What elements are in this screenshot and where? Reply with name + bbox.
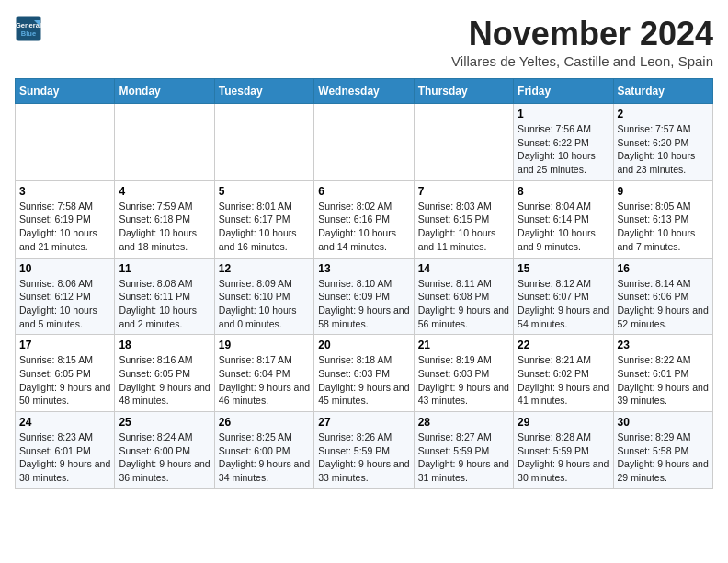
day-info: Sunrise: 8:27 AM Sunset: 5:59 PM Dayligh… bbox=[418, 431, 509, 485]
calendar-table: SundayMondayTuesdayWednesdayThursdayFrid… bbox=[15, 78, 713, 489]
day-number: 18 bbox=[119, 339, 210, 351]
day-info: Sunrise: 8:09 AM Sunset: 6:10 PM Dayligh… bbox=[219, 277, 310, 331]
header-day-thursday: Thursday bbox=[414, 79, 513, 104]
day-info: Sunrise: 8:21 AM Sunset: 6:02 PM Dayligh… bbox=[518, 353, 609, 408]
day-number: 7 bbox=[418, 185, 509, 198]
day-number: 2 bbox=[618, 108, 709, 121]
calendar-cell: 23Sunrise: 8:22 AM Sunset: 6:01 PM Dayli… bbox=[613, 335, 712, 412]
day-info: Sunrise: 7:56 AM Sunset: 6:22 PM Dayligh… bbox=[518, 122, 609, 177]
day-info: Sunrise: 8:06 AM Sunset: 6:12 PM Dayligh… bbox=[19, 277, 110, 331]
day-info: Sunrise: 8:23 AM Sunset: 6:01 PM Dayligh… bbox=[19, 431, 110, 485]
header-day-friday: Friday bbox=[514, 79, 613, 104]
calendar-cell: 12Sunrise: 8:09 AM Sunset: 6:10 PM Dayli… bbox=[214, 258, 313, 335]
day-number: 9 bbox=[618, 185, 709, 198]
calendar-cell bbox=[115, 104, 214, 181]
day-number: 16 bbox=[618, 262, 709, 275]
day-info: Sunrise: 8:04 AM Sunset: 6:14 PM Dayligh… bbox=[518, 200, 609, 254]
day-info: Sunrise: 8:17 AM Sunset: 6:04 PM Dayligh… bbox=[219, 353, 310, 408]
day-info: Sunrise: 8:16 AM Sunset: 6:05 PM Dayligh… bbox=[119, 353, 210, 408]
calendar-cell: 22Sunrise: 8:21 AM Sunset: 6:02 PM Dayli… bbox=[514, 335, 613, 412]
day-info: Sunrise: 8:08 AM Sunset: 6:11 PM Dayligh… bbox=[119, 277, 210, 331]
calendar-cell: 28Sunrise: 8:27 AM Sunset: 5:59 PM Dayli… bbox=[414, 412, 513, 489]
day-number: 12 bbox=[219, 262, 310, 275]
day-number: 21 bbox=[418, 339, 509, 351]
day-number: 8 bbox=[518, 185, 609, 198]
calendar-cell: 25Sunrise: 8:24 AM Sunset: 6:00 PM Dayli… bbox=[115, 412, 214, 489]
calendar-cell bbox=[314, 104, 414, 181]
header-day-monday: Monday bbox=[115, 79, 214, 104]
day-info: Sunrise: 8:02 AM Sunset: 6:16 PM Dayligh… bbox=[318, 200, 409, 254]
day-number: 4 bbox=[119, 185, 210, 198]
calendar-cell: 19Sunrise: 8:17 AM Sunset: 6:04 PM Dayli… bbox=[214, 335, 313, 412]
day-info: Sunrise: 8:19 AM Sunset: 6:03 PM Dayligh… bbox=[418, 353, 509, 408]
day-info: Sunrise: 8:03 AM Sunset: 6:15 PM Dayligh… bbox=[418, 200, 509, 254]
day-number: 30 bbox=[618, 416, 709, 429]
day-info: Sunrise: 8:01 AM Sunset: 6:17 PM Dayligh… bbox=[219, 200, 310, 254]
calendar-week-5: 24Sunrise: 8:23 AM Sunset: 6:01 PM Dayli… bbox=[16, 412, 713, 489]
day-info: Sunrise: 8:22 AM Sunset: 6:01 PM Dayligh… bbox=[618, 353, 709, 408]
day-number: 23 bbox=[618, 339, 709, 351]
title-section: November 2024 Villares de Yeltes, Castil… bbox=[451, 15, 713, 76]
calendar-cell bbox=[214, 104, 313, 181]
day-number: 19 bbox=[219, 339, 310, 351]
calendar-cell: 29Sunrise: 8:28 AM Sunset: 5:59 PM Dayli… bbox=[514, 412, 613, 489]
logo: General Blue bbox=[15, 15, 44, 42]
logo-icon: General Blue bbox=[15, 15, 42, 42]
calendar-cell: 5Sunrise: 8:01 AM Sunset: 6:17 PM Daylig… bbox=[214, 180, 313, 258]
calendar-week-3: 10Sunrise: 8:06 AM Sunset: 6:12 PM Dayli… bbox=[16, 258, 713, 335]
day-info: Sunrise: 8:29 AM Sunset: 5:58 PM Dayligh… bbox=[618, 431, 709, 485]
calendar-cell: 20Sunrise: 8:18 AM Sunset: 6:03 PM Dayli… bbox=[314, 335, 414, 412]
day-info: Sunrise: 8:18 AM Sunset: 6:03 PM Dayligh… bbox=[318, 353, 409, 408]
calendar-cell: 11Sunrise: 8:08 AM Sunset: 6:11 PM Dayli… bbox=[115, 258, 214, 335]
calendar-cell: 1Sunrise: 7:56 AM Sunset: 6:22 PM Daylig… bbox=[514, 104, 613, 181]
day-info: Sunrise: 7:57 AM Sunset: 6:20 PM Dayligh… bbox=[618, 122, 709, 177]
calendar-week-2: 3Sunrise: 7:58 AM Sunset: 6:19 PM Daylig… bbox=[16, 180, 713, 258]
day-info: Sunrise: 8:28 AM Sunset: 5:59 PM Dayligh… bbox=[518, 431, 609, 485]
day-number: 25 bbox=[119, 416, 210, 429]
day-number: 1 bbox=[518, 108, 609, 121]
calendar-cell: 13Sunrise: 8:10 AM Sunset: 6:09 PM Dayli… bbox=[314, 258, 414, 335]
day-number: 13 bbox=[318, 262, 409, 275]
calendar-week-4: 17Sunrise: 8:15 AM Sunset: 6:05 PM Dayli… bbox=[16, 335, 713, 412]
calendar-cell: 17Sunrise: 8:15 AM Sunset: 6:05 PM Dayli… bbox=[16, 335, 115, 412]
day-number: 10 bbox=[19, 262, 110, 275]
calendar-cell bbox=[414, 104, 513, 181]
calendar-cell: 4Sunrise: 7:59 AM Sunset: 6:18 PM Daylig… bbox=[115, 180, 214, 258]
calendar-cell: 27Sunrise: 8:26 AM Sunset: 5:59 PM Dayli… bbox=[314, 412, 414, 489]
header-day-saturday: Saturday bbox=[613, 79, 712, 104]
day-number: 5 bbox=[219, 185, 310, 198]
calendar-cell: 18Sunrise: 8:16 AM Sunset: 6:05 PM Dayli… bbox=[115, 335, 214, 412]
day-number: 6 bbox=[318, 185, 409, 198]
day-info: Sunrise: 8:14 AM Sunset: 6:06 PM Dayligh… bbox=[618, 277, 709, 331]
calendar-cell: 15Sunrise: 8:12 AM Sunset: 6:07 PM Dayli… bbox=[514, 258, 613, 335]
day-info: Sunrise: 8:24 AM Sunset: 6:00 PM Dayligh… bbox=[119, 431, 210, 485]
day-number: 27 bbox=[318, 416, 409, 429]
day-info: Sunrise: 7:59 AM Sunset: 6:18 PM Dayligh… bbox=[119, 200, 210, 254]
day-number: 28 bbox=[418, 416, 509, 429]
calendar-cell: 8Sunrise: 8:04 AM Sunset: 6:14 PM Daylig… bbox=[514, 180, 613, 258]
calendar-cell: 3Sunrise: 7:58 AM Sunset: 6:19 PM Daylig… bbox=[16, 180, 115, 258]
calendar-cell: 7Sunrise: 8:03 AM Sunset: 6:15 PM Daylig… bbox=[414, 180, 513, 258]
day-number: 26 bbox=[219, 416, 310, 429]
month-title: November 2024 bbox=[451, 15, 713, 53]
header-day-tuesday: Tuesday bbox=[214, 79, 313, 104]
day-info: Sunrise: 8:12 AM Sunset: 6:07 PM Dayligh… bbox=[518, 277, 609, 331]
day-number: 22 bbox=[518, 339, 609, 351]
day-info: Sunrise: 8:25 AM Sunset: 6:00 PM Dayligh… bbox=[219, 431, 310, 485]
calendar-cell: 14Sunrise: 8:11 AM Sunset: 6:08 PM Dayli… bbox=[414, 258, 513, 335]
calendar-cell: 9Sunrise: 8:05 AM Sunset: 6:13 PM Daylig… bbox=[613, 180, 712, 258]
day-info: Sunrise: 8:05 AM Sunset: 6:13 PM Dayligh… bbox=[618, 200, 709, 254]
day-info: Sunrise: 8:15 AM Sunset: 6:05 PM Dayligh… bbox=[19, 353, 110, 408]
day-info: Sunrise: 7:58 AM Sunset: 6:19 PM Dayligh… bbox=[19, 200, 110, 254]
day-number: 11 bbox=[119, 262, 210, 275]
day-number: 17 bbox=[19, 339, 110, 351]
day-number: 20 bbox=[318, 339, 409, 351]
calendar-cell: 30Sunrise: 8:29 AM Sunset: 5:58 PM Dayli… bbox=[613, 412, 712, 489]
calendar-body: 1Sunrise: 7:56 AM Sunset: 6:22 PM Daylig… bbox=[16, 104, 713, 489]
calendar-header: SundayMondayTuesdayWednesdayThursdayFrid… bbox=[16, 79, 713, 104]
day-number: 24 bbox=[19, 416, 110, 429]
header-day-wednesday: Wednesday bbox=[314, 79, 414, 104]
calendar-week-1: 1Sunrise: 7:56 AM Sunset: 6:22 PM Daylig… bbox=[16, 104, 713, 181]
day-info: Sunrise: 8:26 AM Sunset: 5:59 PM Dayligh… bbox=[318, 431, 409, 485]
day-info: Sunrise: 8:11 AM Sunset: 6:08 PM Dayligh… bbox=[418, 277, 509, 331]
